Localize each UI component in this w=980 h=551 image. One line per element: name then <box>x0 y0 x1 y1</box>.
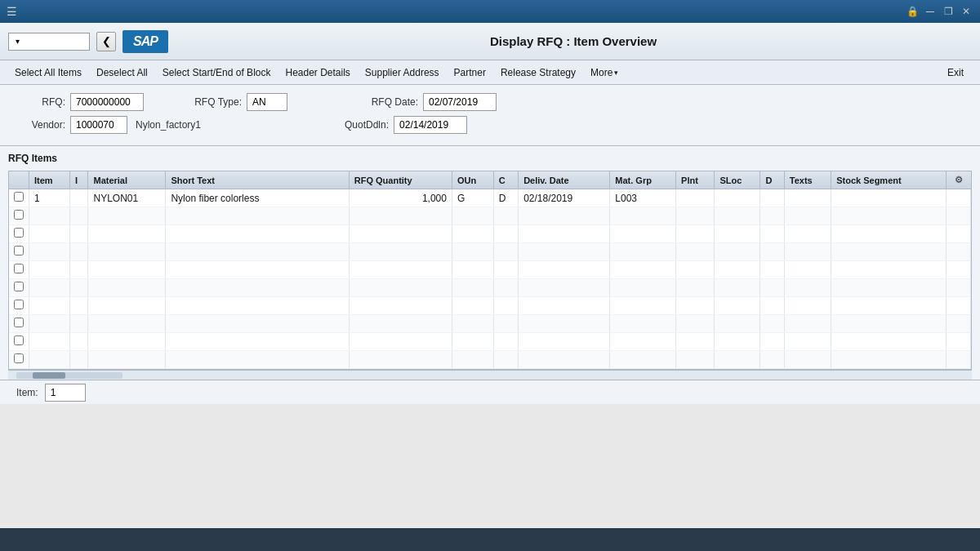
item-input[interactable] <box>45 384 86 402</box>
col-stock-segment: Stock Segment <box>831 171 946 189</box>
row-5-checkbox[interactable] <box>14 264 24 273</box>
form-area: RFQ: 7000000000 RFQ Type: AN RFQ Date: 0… <box>0 85 980 146</box>
partner-button[interactable]: Partner <box>448 65 492 80</box>
table-row <box>9 351 971 369</box>
header-bar: ▾ ❮ SAP Display RFQ : Item Overview <box>0 23 980 60</box>
col-d: D <box>760 171 784 189</box>
table-row: 1 NYLON01 Nylon fiber colorless 1,000 G … <box>9 189 971 207</box>
table-header-row: Item I Material Short Text RFQ Quantity … <box>9 171 971 189</box>
quot-dln-label: QuotDdln: <box>340 119 389 131</box>
row-10-checkbox[interactable] <box>14 353 24 363</box>
scrollbar-thumb[interactable] <box>33 372 65 379</box>
vendor-label: Vendor: <box>16 119 65 131</box>
table-row <box>9 225 971 243</box>
more-arrow-icon: ▾ <box>614 69 618 77</box>
col-item: Item <box>29 171 70 189</box>
settings-icon: ⚙ <box>951 173 966 186</box>
row-3-checkbox[interactable] <box>14 228 24 238</box>
nav-dropdown[interactable]: ▾ <box>8 33 90 51</box>
row-2-checkbox[interactable] <box>14 210 24 220</box>
toolbar: Select All Items Deselect All Select Sta… <box>0 60 980 85</box>
table-row <box>9 279 971 297</box>
row-1-oun: G <box>452 189 493 207</box>
col-sloc: SLoc <box>715 171 760 189</box>
item-label: Item: <box>16 387 38 398</box>
row-1-c: D <box>493 189 518 207</box>
row-4-checkbox[interactable] <box>14 246 24 256</box>
col-c: C <box>493 171 518 189</box>
minimize-button[interactable]: ─ <box>923 4 938 19</box>
restore-button[interactable]: ❐ <box>941 4 956 19</box>
deselect-all-button[interactable]: Deselect All <box>90 65 154 80</box>
rfq-value: 7000000000 <box>70 93 144 111</box>
table-row <box>9 207 971 225</box>
dropdown-arrow-icon: ▾ <box>16 37 20 46</box>
col-short-text: Short Text <box>166 171 349 189</box>
row-1-mat-grp: L003 <box>610 189 676 207</box>
rfq-date-value: 02/07/2019 <box>423 93 497 111</box>
scrollbar-track[interactable] <box>16 372 122 379</box>
close-button[interactable]: ✕ <box>959 4 973 19</box>
table-row <box>9 315 971 333</box>
col-settings[interactable]: ⚙ <box>946 171 971 189</box>
table-row <box>9 297 971 315</box>
row-7-checkbox[interactable] <box>14 300 24 309</box>
row-1-deliv-date: 02/18/2019 <box>519 189 610 207</box>
row-1-item: 1 <box>29 189 70 207</box>
col-mat-grp: Mat. Grp <box>610 171 676 189</box>
table-row <box>9 243 971 261</box>
row-checkbox[interactable] <box>9 189 29 207</box>
lock-icon: 🔒 <box>905 4 920 19</box>
form-row-1: RFQ: 7000000000 RFQ Type: AN RFQ Date: 0… <box>16 93 964 111</box>
page-title: Display RFQ : Item Overview <box>175 34 972 48</box>
col-plnt: Plnt <box>676 171 715 189</box>
more-button[interactable]: More ▾ <box>584 65 625 80</box>
row-1-checkbox[interactable] <box>14 192 24 202</box>
row-1-rfq-quantity: 1,000 <box>349 189 452 207</box>
back-icon: ❮ <box>102 35 111 47</box>
col-oun: OUn <box>452 171 493 189</box>
rfq-items-section: RFQ Items <box>0 146 980 171</box>
row-1-d <box>760 189 784 207</box>
vendor-id: 1000070 <box>70 116 127 134</box>
row-1-plnt <box>676 189 715 207</box>
back-button[interactable]: ❮ <box>96 32 116 51</box>
supplier-address-button[interactable]: Supplier Address <box>359 65 446 80</box>
col-checkbox <box>9 171 29 189</box>
table-row <box>9 333 971 351</box>
col-deliv-date: Deliv. Date <box>519 171 610 189</box>
col-indicator: I <box>69 171 88 189</box>
bottom-status-bar <box>0 528 980 551</box>
row-8-checkbox[interactable] <box>14 318 24 327</box>
col-material: Material <box>88 171 166 189</box>
row-1-extra <box>946 189 971 207</box>
release-strategy-button[interactable]: Release Strategy <box>494 65 582 80</box>
row-1-indicator <box>69 189 88 207</box>
row-9-checkbox[interactable] <box>14 335 24 345</box>
row-6-checkbox[interactable] <box>14 282 24 291</box>
row-1-stock-segment <box>831 189 946 207</box>
menu-icon[interactable]: ☰ <box>7 5 17 18</box>
exit-button[interactable]: Exit <box>939 65 972 80</box>
vendor-name: Nylon_factory1 <box>132 119 201 131</box>
rfq-type-label: RFQ Type: <box>193 96 242 108</box>
rfq-date-label: RFQ Date: <box>369 96 418 108</box>
select-start-end-button[interactable]: Select Start/End of Block <box>156 65 278 80</box>
sap-logo: SAP <box>122 30 168 53</box>
quot-dln-value: 02/14/2019 <box>394 116 467 134</box>
row-1-material: NYLON01 <box>88 189 166 207</box>
table-wrapper: Item I Material Short Text RFQ Quantity … <box>8 171 972 370</box>
row-1-short-text: Nylon fiber colorless <box>166 189 349 207</box>
title-bar: ☰ 🔒 ─ ❐ ✕ <box>0 0 980 23</box>
rfq-label: RFQ: <box>16 96 65 108</box>
rfq-items-table: Item I Material Short Text RFQ Quantity … <box>8 171 972 370</box>
footer-bar: Item: <box>0 380 980 404</box>
form-row-2: Vendor: 1000070 Nylon_factory1 QuotDdln:… <box>16 116 964 134</box>
table-row <box>9 261 971 279</box>
row-1-texts <box>784 189 831 207</box>
horizontal-scrollbar[interactable] <box>8 370 972 380</box>
header-details-button[interactable]: Header Details <box>278 65 356 80</box>
row-1-sloc <box>715 189 760 207</box>
select-all-button[interactable]: Select All Items <box>8 65 88 80</box>
rfq-type-value: AN <box>247 93 287 111</box>
